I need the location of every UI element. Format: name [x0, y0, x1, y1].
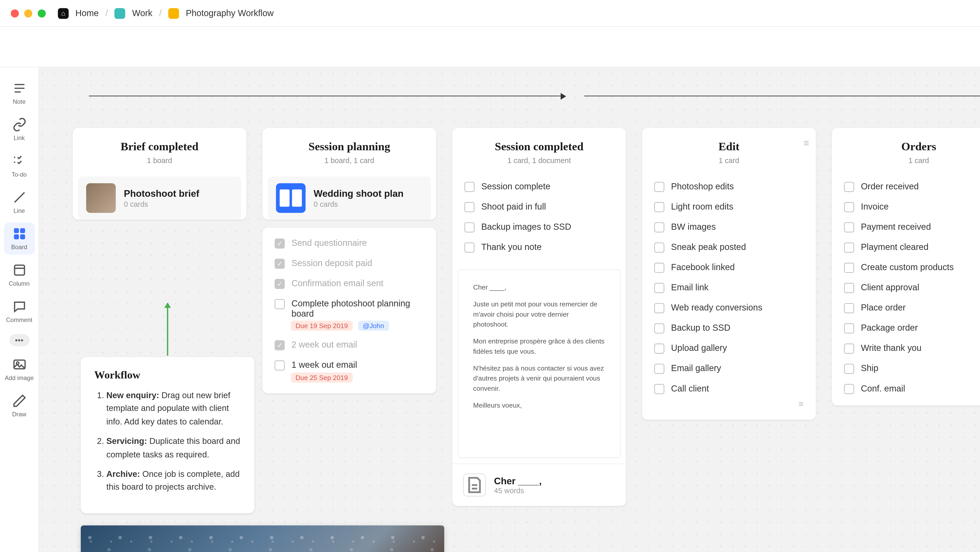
folder-icon[interactable] [115, 8, 126, 18]
checkbox[interactable] [465, 182, 475, 192]
crumb-project[interactable]: Photography Workflow [186, 8, 274, 18]
checkbox[interactable] [465, 222, 475, 233]
checkbox[interactable] [275, 340, 285, 350]
task-item[interactable]: Confirmation email sent [265, 273, 434, 294]
task-item[interactable]: Ship [835, 358, 980, 378]
canvas[interactable]: 0 Unsorted Brief completed1 boardPhotosh… [39, 67, 980, 552]
task-item[interactable]: Client approval [835, 278, 980, 298]
document-preview[interactable]: Cher ____,Juste un petit mot pour vous r… [458, 270, 620, 458]
checkbox[interactable] [654, 263, 664, 273]
task-item[interactable]: Shoot paid in full [455, 197, 623, 217]
checkbox[interactable] [844, 182, 854, 192]
tool-add-image[interactable]: Add image [3, 353, 35, 385]
task-item[interactable]: Payment received [835, 217, 980, 237]
close-icon[interactable] [11, 9, 19, 18]
task-label: 2 week out email [291, 340, 357, 350]
checkbox[interactable] [844, 242, 854, 253]
task-item[interactable]: Conf. email [835, 378, 980, 399]
maximize-icon[interactable] [38, 9, 46, 18]
checkbox[interactable] [654, 323, 664, 333]
task-item[interactable]: Place order [835, 298, 980, 318]
wedding-photo[interactable] [81, 525, 444, 552]
board-column[interactable]: Session completed1 card, 1 documentSessi… [452, 128, 626, 506]
task-item[interactable]: Playment cleared [835, 237, 980, 257]
task-item[interactable]: BW images [645, 217, 813, 237]
task-item[interactable]: Order received [835, 177, 980, 197]
task-item[interactable]: Create custom products [835, 257, 980, 278]
task-item[interactable]: Call client [645, 378, 813, 399]
task-item[interactable]: Photoshop edits [645, 177, 813, 197]
checkbox[interactable] [654, 303, 664, 313]
tool-link[interactable]: Link [3, 113, 35, 146]
tool-column[interactable]: Column [3, 258, 35, 291]
crumb-work[interactable]: Work [132, 8, 152, 18]
task-item[interactable]: Package order [835, 318, 980, 338]
board-card[interactable]: Photoshoot brief0 cards [78, 177, 241, 220]
task-menu-icon[interactable]: ≡ [645, 399, 813, 413]
tool-note[interactable]: Note [3, 77, 35, 109]
task-item[interactable]: Light room edits [645, 197, 813, 217]
checkbox[interactable] [275, 258, 285, 269]
checkbox[interactable] [654, 364, 664, 374]
assignee-pill[interactable]: @John [358, 321, 389, 331]
checkbox[interactable] [465, 202, 475, 212]
task-item[interactable]: Session deposit paid [265, 253, 434, 273]
task-item[interactable]: Session complete [455, 177, 623, 197]
task-item[interactable]: Complete photoshoot planning board [265, 294, 434, 323]
task-item[interactable]: Send questionnaire [265, 233, 434, 253]
task-item[interactable]: Invoice [835, 197, 980, 217]
checkbox[interactable] [654, 242, 664, 253]
crumb-home[interactable]: Home [75, 8, 99, 18]
checkbox[interactable] [844, 263, 854, 273]
checkbox[interactable] [465, 242, 475, 253]
checkbox[interactable] [654, 384, 664, 394]
checkbox[interactable] [844, 343, 854, 354]
minimize-icon[interactable] [24, 9, 32, 18]
checkbox[interactable] [275, 299, 285, 309]
task-item[interactable]: Upload gallery [645, 338, 813, 358]
home-icon[interactable]: ⌂ [58, 8, 69, 18]
workflow-note[interactable]: Workflow New enquiry: Drag out new brief… [81, 357, 254, 513]
checkbox[interactable] [844, 364, 854, 374]
checkbox[interactable] [654, 202, 664, 212]
folder-icon[interactable] [168, 8, 179, 18]
task-item[interactable]: Backup images to SSD [455, 217, 623, 237]
document-footer[interactable]: Cher ____,45 words [452, 464, 626, 506]
checkbox[interactable] [654, 343, 664, 354]
task-item[interactable]: Email link [645, 278, 813, 298]
column-menu-icon[interactable]: ≡ [803, 137, 809, 148]
task-card[interactable]: Send questionnaireSession deposit paidCo… [262, 228, 436, 393]
tool-todo[interactable]: To-do [3, 150, 35, 182]
tool-comment[interactable]: Comment [3, 295, 35, 328]
board-card[interactable]: Wedding shoot plan0 cards [268, 177, 431, 220]
checkbox[interactable] [275, 361, 285, 370]
checkbox[interactable] [844, 303, 854, 313]
checkbox[interactable] [844, 283, 854, 293]
checkbox[interactable] [654, 222, 664, 233]
task-item[interactable]: Email gallery [645, 358, 813, 378]
checkbox[interactable] [654, 283, 664, 293]
board-column[interactable]: Brief completed1 boardPhotoshoot brief0 … [73, 128, 247, 220]
board-column[interactable]: Session planning1 board, 1 cardWedding s… [262, 128, 436, 220]
task-item[interactable]: Write thank you [835, 338, 980, 358]
checkbox[interactable] [844, 222, 854, 233]
task-item[interactable]: Web ready conversions [645, 298, 813, 318]
tool-more[interactable]: ••• [9, 334, 29, 346]
checkbox[interactable] [844, 384, 854, 394]
task-item[interactable]: Thank you note [455, 237, 623, 257]
checkbox[interactable] [275, 238, 285, 249]
board-column[interactable]: Orders1 cardOrder receivedInvoicePayment… [832, 128, 980, 405]
task-item[interactable]: 2 week out email [265, 335, 434, 355]
tool-line[interactable]: Line [3, 186, 35, 219]
tool-board[interactable]: Board [3, 222, 35, 255]
tool-draw[interactable]: Draw [3, 389, 35, 422]
checkbox[interactable] [844, 323, 854, 333]
board-column[interactable]: Edit1 card≡Photoshop editsLight room edi… [642, 128, 816, 420]
task-item[interactable]: Backup to SSD [645, 318, 813, 338]
task-item[interactable]: Facebook linked [645, 257, 813, 278]
task-item[interactable]: 1 week out email [265, 355, 434, 375]
checkbox[interactable] [844, 202, 854, 212]
task-item[interactable]: Sneak peak posted [645, 237, 813, 257]
checkbox[interactable] [275, 279, 285, 289]
checkbox[interactable] [654, 182, 664, 192]
